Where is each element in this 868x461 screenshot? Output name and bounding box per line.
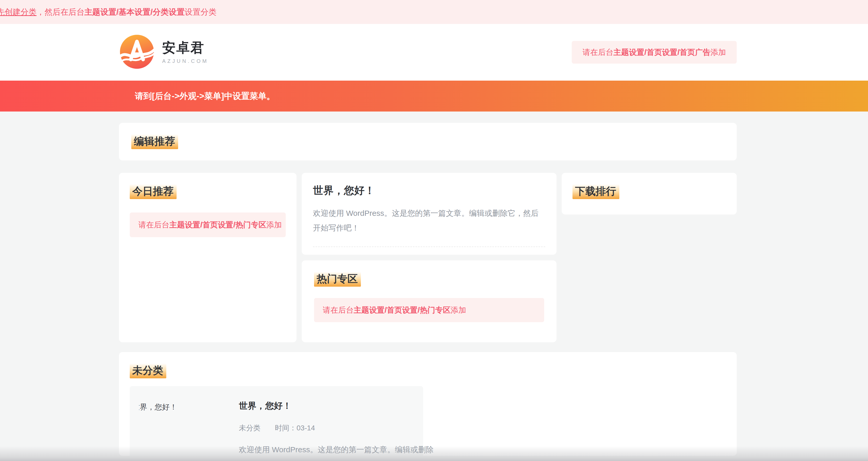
hot-notice-pre: 请在后台 (323, 305, 354, 316)
header-ad-notice: 请在后台主题设置/首页设置/首页广告添加 (572, 41, 737, 64)
download-rank-title: 下载排行 (572, 184, 619, 199)
uncategorized-section-title: 未分类 (130, 364, 166, 378)
ad-notice-post: 添加 (710, 47, 726, 58)
logo-icon (119, 33, 155, 71)
hot-zone-title: 热门专区 (314, 272, 361, 287)
site-header: 安卓君 AZJUN.COM 请在后台主题设置/首页设置/首页广告添加 (0, 24, 868, 81)
site-logo[interactable]: 安卓君 AZJUN.COM (119, 33, 209, 71)
post-content: 世界，您好！ 未分类 时间：03-14 欢迎使用 WordPress。这是您的第… (239, 398, 414, 456)
uncategorized-section-card: 未分类 世界，您好！ 世界，您好！ 未分类 时间：03-14 欢迎使用 Word… (119, 352, 737, 456)
hot-zone-card: 热门专区 请在后台主题设置/首页设置/热门专区添加 (302, 260, 557, 342)
setup-notice-mid: ，然后在后台 (36, 7, 85, 17)
setup-notice-tail: 设置分类 (185, 7, 216, 17)
post-thumbnail[interactable]: 世界，您好！ (139, 398, 229, 456)
hot-zone-setup-notice: 请在后台主题设置/首页设置/热门专区添加 (314, 298, 544, 322)
hello-world-title[interactable]: 世界，您好！ (313, 184, 545, 197)
post-time: 时间：03-14 (275, 423, 315, 433)
editors-pick-title: 编辑推荐 (131, 134, 178, 149)
today-recommend-card: 今日推荐 请在后台主题设置/首页设置/热门专区添加 (119, 173, 297, 342)
main-content: 编辑推荐 今日推荐 请在后台主题设置/首页设置/热门专区添加 世界，您好！ 欢迎… (119, 112, 737, 456)
hello-world-card: 世界，您好！ 欢迎使用 WordPress。这是您的第一篇文章。编辑或删除它，然… (302, 173, 557, 255)
post-title-link[interactable]: 世界，您好！ (239, 400, 414, 412)
hello-world-body: 欢迎使用 WordPress。这是您的第一篇文章。编辑或删除它，然后开始写作吧！ (313, 206, 545, 235)
editors-pick-card: 编辑推荐 (119, 123, 737, 161)
logo-text: 安卓君 AZJUN.COM (162, 41, 209, 64)
download-rank-card: 下载排行 (562, 173, 737, 214)
hot-notice-path: 主题设置/首页设置/热门专区 (354, 305, 451, 316)
today-notice-post: 添加 (267, 220, 282, 230)
site-domain: AZJUN.COM (162, 58, 209, 64)
dashed-divider (313, 247, 545, 247)
setup-notice-text: 先创建分类，然后在后台主题设置/基本设置/分类设置设置分类 (0, 7, 216, 18)
menu-setup-text: 请到[后台->外观->菜单]中设置菜单。 (119, 90, 737, 102)
today-notice-path: 主题设置/首页设置/热门专区 (169, 220, 267, 230)
post-thumbnail-text: 世界，您好！ (139, 402, 177, 412)
today-notice-pre: 请在后台 (138, 220, 169, 230)
ad-notice-path: 主题设置/首页设置/首页广告 (613, 47, 710, 58)
today-setup-notice: 请在后台主题设置/首页设置/热门专区添加 (130, 212, 286, 237)
post-category-link[interactable]: 未分类 (239, 423, 260, 433)
post-excerpt: 欢迎使用 WordPress。这是您的第一篇文章。编辑或删除它，然后开始写作吧！ (239, 442, 436, 456)
post-list-item[interactable]: 世界，您好！ 世界，您好！ 未分类 时间：03-14 欢迎使用 WordPres… (130, 386, 423, 456)
create-category-link[interactable]: 先创建分类 (0, 7, 36, 17)
setup-notice-path: 主题设置/基本设置/分类设置 (85, 7, 185, 17)
menu-setup-banner: 请到[后台->外观->菜单]中设置菜单。 (0, 81, 868, 112)
post-meta: 未分类 时间：03-14 (239, 423, 414, 433)
hot-notice-post: 添加 (451, 305, 466, 316)
ad-notice-pre: 请在后台 (583, 47, 613, 58)
setup-notice-bar: 先创建分类，然后在后台主题设置/基本设置/分类设置设置分类 (0, 0, 868, 24)
site-name: 安卓君 (162, 41, 209, 54)
today-recommend-title: 今日推荐 (130, 184, 177, 199)
